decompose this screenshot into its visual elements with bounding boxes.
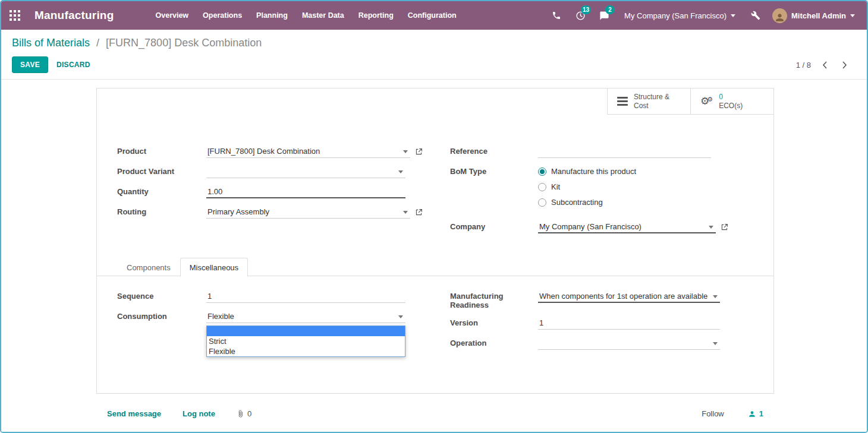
menu-overview[interactable]: Overview — [149, 1, 196, 30]
reference-label: Reference — [450, 146, 538, 156]
misc-right-column: Manufacturing Readiness When components … — [423, 290, 728, 358]
gears-icon: ⚙⚙ — [700, 96, 713, 106]
top-bar-right: 13 2 My Company (San Francisco) — [546, 1, 867, 30]
manufacturing-readiness-value: When components for 1st operation are av… — [539, 292, 707, 301]
version-field[interactable]: 1 — [538, 317, 720, 330]
routing-external-link-icon[interactable] — [415, 208, 423, 216]
bom-type-option-subcontracting[interactable]: Subcontracting — [538, 198, 636, 207]
eco-button[interactable]: ⚙⚙ 0 ECO(s) — [690, 89, 773, 115]
chevron-down-icon — [403, 150, 408, 153]
bom-type-radio-group: Manufacture this product Kit Subcontract… — [538, 166, 636, 213]
chevron-down-icon — [850, 14, 855, 17]
consumption-label: Consumption — [117, 311, 206, 321]
menu-master-data[interactable]: Master Data — [295, 1, 351, 30]
breadcrumb-separator: / — [96, 37, 99, 49]
eco-count: 0 — [719, 93, 723, 101]
pager: 1 / 8 — [796, 61, 856, 69]
chevron-down-icon — [403, 211, 408, 214]
notebook-tabs: Components Miscellaneous — [117, 258, 773, 276]
bom-type-option-manufacture[interactable]: Manufacture this product — [538, 167, 636, 176]
breadcrumb: Bills of Materials / [FURN_7800] Desk Co… — [12, 37, 856, 49]
breadcrumb-parent-link[interactable]: Bills of Materials — [12, 37, 90, 49]
manufacturing-readiness-field[interactable]: When components for 1st operation are av… — [538, 290, 720, 303]
sequence-value: 1 — [207, 292, 212, 301]
company-switcher[interactable]: My Company (San Francisco) — [617, 1, 743, 30]
consumption-field[interactable]: Flexible — [206, 311, 405, 323]
messages-button[interactable]: 2 — [593, 1, 615, 30]
menu-operations[interactable]: Operations — [196, 1, 249, 30]
dropdown-option-empty[interactable] — [207, 326, 405, 336]
tab-components[interactable]: Components — [117, 258, 180, 277]
person-icon — [748, 410, 756, 418]
messages-badge: 2 — [605, 5, 615, 14]
version-label: Version — [450, 317, 538, 327]
chevron-down-icon — [731, 14, 735, 17]
operation-label: Operation — [450, 337, 538, 347]
chevron-right-icon — [841, 61, 848, 69]
quantity-label: Quantity — [117, 186, 206, 196]
chevron-down-icon — [398, 315, 403, 318]
pager-next-button[interactable] — [841, 61, 848, 69]
bom-type-option-kit[interactable]: Kit — [538, 182, 636, 191]
chevron-left-icon — [822, 61, 828, 69]
voip-button[interactable] — [546, 1, 567, 30]
company-label: Company — [450, 221, 538, 231]
menu-reporting[interactable]: Reporting — [351, 1, 401, 30]
product-field[interactable]: [FURN_7800] Desk Combination — [206, 146, 410, 158]
main-menu: Overview Operations Planning Master Data… — [149, 1, 464, 30]
operation-field[interactable] — [538, 337, 720, 350]
routing-field[interactable]: Primary Assembly — [206, 206, 410, 219]
radio-selected-icon — [538, 167, 546, 176]
product-variant-field[interactable] — [206, 166, 405, 178]
miscellaneous-tab-content: Sequence 1 Consumption — [97, 276, 773, 393]
send-message-button[interactable]: Send message — [107, 409, 161, 418]
product-variant-label: Product Variant — [117, 166, 206, 176]
structure-cost-button[interactable]: Structure & Cost — [607, 89, 690, 115]
dropdown-option-flexible[interactable]: Flexible — [207, 346, 405, 356]
followers-button[interactable]: 1 — [748, 409, 763, 418]
follow-button[interactable]: Follow — [702, 409, 724, 418]
follower-count: 1 — [759, 409, 763, 418]
menu-planning[interactable]: Planning — [249, 1, 295, 30]
avatar — [772, 8, 787, 23]
pager-previous-button[interactable] — [822, 61, 828, 69]
wrench-icon — [751, 11, 760, 20]
radio-unselected-icon — [538, 198, 546, 207]
company-field[interactable]: My Company (San Francisco) — [538, 221, 716, 233]
menu-configuration[interactable]: Configuration — [401, 1, 464, 30]
apps-menu-button[interactable] — [1, 1, 29, 30]
form-right-column: Reference BoM Type Manufacture t — [423, 146, 728, 241]
company-value: My Company (San Francisco) — [539, 222, 641, 231]
chevron-down-icon — [713, 342, 718, 345]
chatter: Send message Log note 0 Follow 1 — [96, 409, 774, 432]
reference-field[interactable] — [538, 146, 711, 158]
save-button[interactable]: SAVE — [12, 56, 48, 73]
sequence-field[interactable]: 1 — [206, 290, 405, 303]
app-window: Manufacturing Overview Operations Planni… — [0, 0, 868, 433]
tab-miscellaneous[interactable]: Miscellaneous — [180, 258, 248, 277]
discard-button[interactable]: DISCARD — [48, 57, 99, 72]
user-menu[interactable]: Mitchell Admin — [769, 1, 858, 30]
chevron-down-icon — [398, 170, 403, 173]
version-value: 1 — [539, 318, 543, 327]
activities-button[interactable]: 13 — [570, 1, 591, 30]
quantity-value: 1.00 — [207, 187, 222, 196]
company-external-link-icon[interactable] — [721, 223, 728, 231]
sheet-button-box: Structure & Cost ⚙⚙ 0 ECO(s) — [97, 89, 773, 115]
chevron-down-icon — [713, 295, 718, 298]
attachments-button[interactable]: 0 — [237, 409, 251, 418]
phone-icon — [552, 11, 561, 20]
quantity-field[interactable]: 1.00 — [206, 186, 405, 198]
content-area: Structure & Cost ⚙⚙ 0 ECO(s) Product — [1, 80, 867, 432]
product-value: [FURN_7800] Desk Combination — [207, 147, 320, 156]
bom-option-label: Subcontracting — [551, 198, 603, 207]
support-tools-button[interactable] — [745, 1, 766, 30]
log-note-button[interactable]: Log note — [183, 409, 215, 418]
company-name: My Company (San Francisco) — [624, 11, 727, 20]
dropdown-option-strict[interactable]: Strict — [207, 336, 405, 346]
top-bar: Manufacturing Overview Operations Planni… — [1, 1, 867, 30]
product-label: Product — [117, 146, 206, 156]
product-external-link-icon[interactable] — [415, 148, 423, 156]
chevron-down-icon — [709, 226, 713, 229]
consumption-value: Flexible — [207, 312, 234, 321]
